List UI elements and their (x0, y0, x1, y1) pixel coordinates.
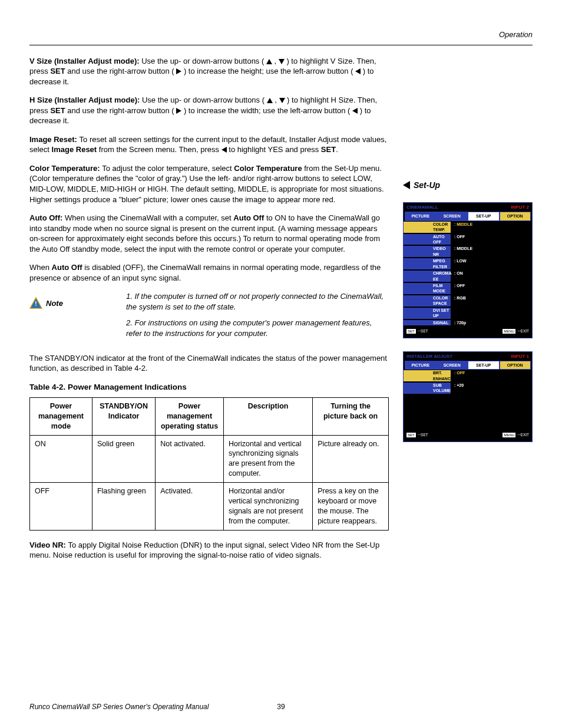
table-cell: Horizontal and/or vertical synchronizing… (223, 483, 312, 531)
osd-row: FILM MODE: OFF (404, 282, 532, 295)
osd-row: VIDEO NR: MIDDLE (404, 245, 532, 258)
osd-row-key: SIGNAL (404, 320, 451, 325)
section-header: Operation (29, 29, 533, 40)
osd-row: AUTO OFF: OFF (404, 233, 532, 246)
table-row: ONSolid greenNot activated.Horizontal an… (30, 435, 389, 483)
osd-row: COLOR SPACE: RGB (404, 295, 532, 307)
osd-tab: PICTURE (405, 361, 437, 370)
up-arrow-icon (266, 59, 272, 64)
osd-row-key: BRT. ENHANCE (404, 370, 451, 381)
osd-row-key: AUTO OFF (404, 234, 451, 245)
osd-row-value: : 720p (451, 320, 466, 325)
table-cell: Horizontal and vertical synchronizing si… (223, 435, 312, 483)
main-column: V Size (Installer Adjust mode): Use the … (29, 56, 389, 569)
down-arrow-icon (279, 59, 285, 64)
side-heading: Set-Up (403, 180, 533, 191)
osd-row-value: : OFF (451, 283, 465, 294)
para-image-reset: Image Reset: To reset all screen setting… (29, 134, 389, 155)
header-rule (29, 45, 533, 45)
up-arrow-icon (267, 98, 273, 103)
left-arrow-icon (355, 68, 361, 74)
osd-foot-right: MENU···EXIT (503, 329, 529, 334)
note-label: Note (46, 299, 63, 308)
warning-icon: ! (29, 297, 42, 309)
table-cell: ON (30, 435, 92, 483)
table-cell: Solid green (92, 435, 155, 483)
table-cell: Activated. (156, 483, 224, 531)
osd-foot-right: MENU···EXIT (503, 433, 529, 438)
left-arrow-icon (222, 147, 227, 153)
note-block: ! Note 1. If the computer is turned off … (29, 291, 389, 344)
osd-foot-left: SET···SET (406, 433, 428, 438)
osd-title: CINEMAWALL (406, 205, 438, 211)
para-vsize: V Size (Installer Adjust mode): Use the … (29, 56, 389, 87)
osd-row-value: : MIDDLE (451, 246, 472, 257)
osd-tab: SET-UP (468, 212, 500, 220)
table-cell: Press a key on the keyboard or move the … (313, 483, 389, 531)
osd-row-value (451, 308, 454, 319)
para-video-nr: Video NR: To apply Digital Noise Reducti… (29, 540, 389, 561)
osd-input-label: INPUT 1 (511, 354, 529, 360)
left-arrow-icon (352, 108, 358, 114)
osd-title: INSTALLER ADJUST (406, 354, 452, 360)
down-arrow-icon (279, 98, 285, 103)
table-title: Table 4-2. Power Management Indications (29, 382, 389, 393)
right-arrow-icon (176, 108, 181, 114)
table-cell: OFF (30, 483, 92, 531)
table-header: Power management mode (30, 397, 92, 435)
osd-row: DVI SET UP (404, 307, 532, 319)
osd-row-value: : ON (451, 271, 463, 282)
osd-row-key: COLOR SPACE (404, 295, 451, 307)
osd-row-value: : LOW (451, 258, 467, 269)
table-row: OFFFlashing greenActivated.Horizontal an… (30, 483, 389, 531)
page-number: 39 (277, 702, 285, 711)
osd-row-key: DVI SET UP (404, 308, 451, 319)
left-arrow-icon (403, 181, 410, 189)
footer-title: Runco CinemaWall SP Series Owner's Opera… (29, 702, 209, 711)
osd-row: SUB VOLUME: +20 (404, 382, 532, 394)
osd-installer-menu: INSTALLER ADJUSTINPUT 1PICTURESCREENSET-… (403, 351, 533, 442)
table-header: Description (223, 397, 312, 435)
osd-row-key: VIDEO NR (404, 246, 451, 257)
osd-tab: SCREEN (437, 361, 468, 370)
osd-row: COLOR TEMP.: MIDDLE (404, 221, 532, 233)
table-cell: Picture already on. (313, 435, 389, 483)
svg-text:!: ! (35, 301, 37, 308)
side-column: Set-Up CINEMAWALLINPUT 2PICTURESCREENSET… (403, 56, 533, 569)
osd-tab: SCREEN (437, 212, 468, 220)
table-cell: Not activated. (156, 435, 224, 483)
osd-row-value: : RGB (451, 295, 466, 307)
osd-row-value: : OFF (451, 234, 465, 245)
note-item-2: 2. For instructions on using the compute… (126, 318, 389, 338)
osd-tab: OPTION (500, 212, 531, 220)
osd-row-key: SUB VOLUME (404, 383, 451, 394)
osd-row-value: : MIDDLE (451, 222, 472, 233)
note-item-1: 1. If the computer is turned off or not … (126, 291, 389, 312)
page-footer: Runco CinemaWall SP Series Owner's Opera… (29, 702, 533, 711)
para-auto-off: Auto Off: When using the CinemaWall with… (29, 213, 389, 254)
osd-row-key: FILM MODE (404, 283, 451, 294)
para-auto-off-2: When Auto Off is disabled (OFF), the Cin… (29, 262, 389, 283)
power-mgmt-table: Power management modeSTANDBY/ON Indicato… (29, 397, 389, 531)
osd-row-key: COLOR TEMP. (404, 222, 451, 233)
right-arrow-icon (176, 68, 181, 74)
osd-row: CHROMA EE: ON (404, 270, 532, 282)
para-hsize: H Size (Installer Adjust mode): Use the … (29, 95, 389, 126)
osd-setup-menu: CINEMAWALLINPUT 2PICTURESCREENSET-UPOPTI… (403, 202, 533, 338)
osd-foot-left: SET···SET (406, 329, 428, 334)
osd-tab: OPTION (500, 361, 531, 370)
osd-row-key: MPEG FILTER (404, 258, 451, 269)
para-standby: The STANDBY/ON indicator at the front of… (29, 353, 389, 374)
osd-row-value: : OFF (451, 370, 465, 381)
table-cell: Flashing green (92, 483, 155, 531)
osd-row-value: : +20 (451, 383, 464, 394)
table-header: Power management operating status (156, 397, 224, 435)
osd-tab: SET-UP (468, 361, 500, 370)
osd-row: SIGNAL: 720p (404, 319, 532, 326)
osd-row-key: CHROMA EE (404, 271, 451, 282)
table-header: STANDBY/ON Indicator (92, 397, 155, 435)
osd-tab: PICTURE (405, 212, 437, 220)
osd-row: BRT. ENHANCE: OFF (404, 370, 532, 382)
osd-input-label: INPUT 2 (511, 205, 529, 211)
table-header: Turning the picture back on (313, 397, 389, 435)
